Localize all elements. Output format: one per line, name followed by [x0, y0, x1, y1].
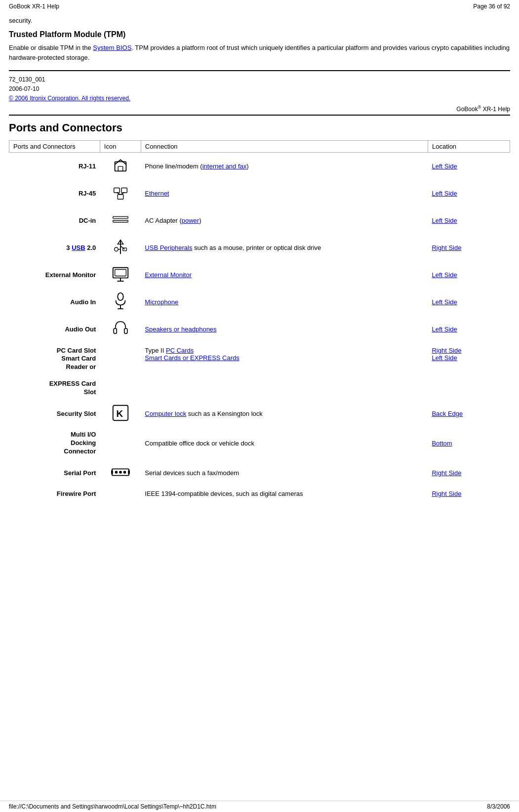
footer-date: 8/3/2006	[487, 803, 510, 810]
port-name: Serial Port	[9, 459, 100, 487]
port-location: Left Side	[428, 152, 510, 180]
right-side-link[interactable]: Right Side	[432, 347, 461, 354]
svg-point-12	[114, 247, 118, 251]
app-title: GoBook XR-1 Help	[9, 3, 59, 10]
gobook-label: GoBook® XR-1 Help	[9, 105, 510, 113]
port-location: Left Side	[428, 316, 510, 343]
port-name: Audio Out	[9, 316, 100, 343]
port-location: Right Side	[428, 459, 510, 487]
doc-line1: 72_0130_001	[9, 75, 510, 84]
left-side-link[interactable]: Left Side	[432, 162, 457, 170]
port-icon	[100, 316, 141, 343]
svg-text:K: K	[116, 408, 123, 419]
port-connection: Speakers or headphones	[141, 316, 428, 343]
port-location: Back Edge	[428, 400, 510, 427]
rj45-icon	[111, 183, 130, 202]
usb-name-link[interactable]: USB	[72, 244, 85, 251]
dcin-icon	[111, 210, 130, 229]
usb-icon	[111, 238, 130, 256]
page-header: GoBook XR-1 Help Page 36 of 92	[0, 0, 519, 12]
left-side-link[interactable]: Left Side	[432, 271, 457, 279]
bottom-link[interactable]: Bottom	[432, 440, 452, 447]
port-connection: Microphone	[141, 288, 428, 316]
power-link[interactable]: power	[182, 217, 199, 224]
table-row: RJ-11 Phone line/modem (internet and fax…	[9, 152, 510, 180]
port-location: Left Side	[428, 180, 510, 207]
port-name: Multi I/ODockingConnector	[9, 427, 100, 459]
right-side-link[interactable]: Right Side	[432, 244, 461, 251]
port-location: Right Side	[428, 234, 510, 261]
left-side-link[interactable]: Left Side	[432, 325, 457, 333]
svg-rect-2	[114, 188, 120, 193]
security-icon: K	[111, 404, 130, 422]
back-edge-link[interactable]: Back Edge	[432, 410, 463, 417]
ethernet-link[interactable]: Ethernet	[145, 190, 169, 197]
speakers-headphones-link[interactable]: Speakers or headphones	[145, 325, 216, 333]
svg-rect-8	[113, 220, 128, 222]
right-side-link[interactable]: Right Side	[432, 469, 461, 477]
pc-cards-link[interactable]: PC Cards	[166, 347, 194, 354]
th-connection: Connection	[141, 140, 428, 152]
port-name: RJ-11	[9, 152, 100, 180]
serial-icon	[111, 463, 130, 482]
usb-peripherals-link[interactable]: USB Peripherals	[145, 244, 192, 251]
ext-monitor-link[interactable]: External Monitor	[145, 271, 192, 279]
table-row: RJ-45 Ethernet Left Side	[9, 180, 510, 207]
ports-heading: Ports and Connectors	[9, 122, 510, 134]
port-icon	[100, 234, 141, 261]
table-row: PC Card SlotSmart CardReader orEXPRESS C…	[9, 343, 510, 400]
port-icon	[100, 343, 141, 400]
port-icon	[100, 180, 141, 207]
tpm-heading: Trusted Platform Module (TPM)	[9, 30, 510, 39]
left-side-link[interactable]: Left Side	[432, 298, 457, 306]
port-connection: External Monitor	[141, 261, 428, 288]
table-row: DC-in AC Adapter (power) Left Side	[9, 207, 510, 234]
port-location: Left Side	[428, 288, 510, 316]
port-connection: IEEE 1394-compatible devices, such as di…	[141, 487, 428, 501]
right-side-link[interactable]: Right Side	[432, 490, 461, 497]
port-name: RJ-45	[9, 180, 100, 207]
smart-cards-link[interactable]: Smart Cards or EXPRESS Cards	[145, 354, 239, 362]
table-row: Audio In Microphone Left Side	[9, 288, 510, 316]
port-name: Security Slot	[9, 400, 100, 427]
port-icon	[100, 459, 141, 487]
svg-rect-4	[118, 194, 123, 199]
left-side-link[interactable]: Left Side	[432, 217, 457, 224]
table-row: Firewire Port IEEE 1394-compatible devic…	[9, 487, 510, 501]
computer-lock-link[interactable]: Computer lock	[145, 410, 186, 417]
rj11-icon	[111, 156, 130, 175]
page-footer: file://C:\Documents and Settings\harwood…	[0, 801, 519, 812]
port-name: External Monitor	[9, 261, 100, 288]
port-location: Right Side	[428, 487, 510, 501]
port-connection: USB Peripherals such as a mouse, printer…	[141, 234, 428, 261]
port-connection: Compatible office dock or vehicle dock	[141, 427, 428, 459]
svg-point-29	[123, 471, 126, 474]
svg-point-27	[115, 471, 118, 474]
port-icon	[100, 288, 141, 316]
port-name: PC Card SlotSmart CardReader orEXPRESS C…	[9, 343, 100, 400]
left-side-link[interactable]: Left Side	[432, 354, 457, 362]
svg-rect-22	[114, 328, 117, 333]
section-divider-1	[9, 70, 510, 71]
monitor-icon	[111, 265, 130, 284]
svg-rect-16	[115, 269, 126, 276]
svg-rect-7	[113, 216, 128, 218]
port-location: Right Side Left Side	[428, 343, 510, 400]
internet-fax-link[interactable]: internet and fax	[202, 162, 247, 170]
port-location: Left Side	[428, 207, 510, 234]
section-divider-2	[9, 115, 510, 116]
svg-rect-30	[111, 470, 113, 474]
doc-info: 72_0130_001 2006-07-10 © 2006 Itronix Co…	[9, 75, 510, 104]
security-intro: security.	[9, 17, 510, 24]
microphone-link[interactable]: Microphone	[145, 298, 178, 306]
port-icon	[100, 261, 141, 288]
ports-table: Ports and Connectors Icon Connection Loc…	[9, 140, 510, 501]
table-row: Security Slot K Computer lock such as a …	[9, 400, 510, 427]
th-name: Ports and Connectors	[9, 140, 100, 152]
footer-path: file://C:\Documents and Settings\harwood…	[9, 803, 216, 810]
port-connection: Computer lock such as a Kensington lock	[141, 400, 428, 427]
system-bios-link[interactable]: System BIOS	[93, 44, 131, 51]
tpm-paragraph: Enable or disable TPM in the System BIOS…	[9, 43, 510, 62]
copyright-link[interactable]: © 2006 Itronix Corporation. All rights r…	[9, 95, 130, 102]
left-side-link[interactable]: Left Side	[432, 190, 457, 197]
